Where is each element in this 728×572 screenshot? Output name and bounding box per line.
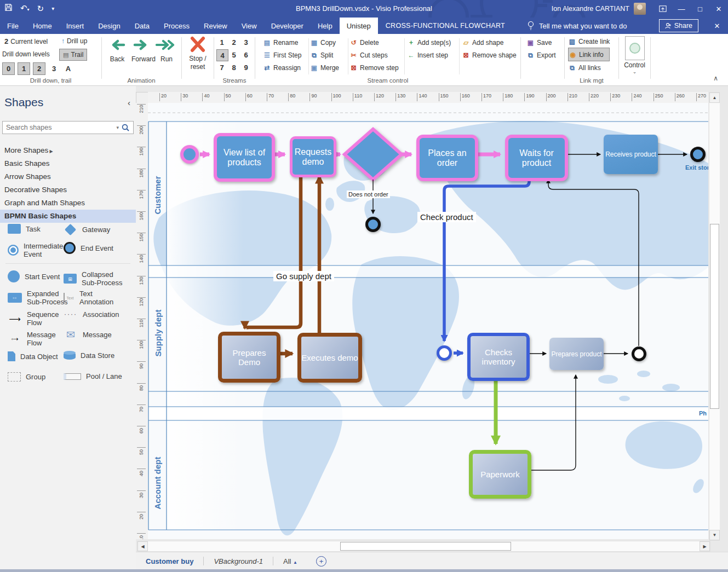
- add-shape-button[interactable]: ▱Add shape: [462, 36, 517, 49]
- drill-level-3[interactable]: 3: [48, 63, 60, 74]
- vertical-scrollbar[interactable]: ▲ ▼: [709, 92, 720, 541]
- all-links-button[interactable]: ⧉All links: [568, 61, 610, 74]
- user-avatar[interactable]: [634, 3, 646, 15]
- shape-end-event[interactable]: End Event: [64, 242, 125, 254]
- scroll-left-icon[interactable]: ◀: [137, 541, 148, 551]
- trail-button[interactable]: ▤Trail: [59, 49, 87, 61]
- add-page-button[interactable]: +: [316, 556, 326, 567]
- close-document-icon[interactable]: ✕: [706, 18, 728, 34]
- rename-button[interactable]: ▤Rename: [263, 36, 301, 49]
- collapse-ribbon-icon[interactable]: ∧: [713, 74, 718, 82]
- ribbon-tab-developer[interactable]: Developer: [264, 18, 311, 34]
- stencil-more-shapes[interactable]: More Shapes ▶: [0, 144, 136, 157]
- drill-up-button[interactable]: ↑Drill up: [61, 37, 87, 45]
- end-event-exit-store[interactable]: [690, 147, 706, 162]
- task-requests-demo[interactable]: Requests demo: [290, 136, 336, 177]
- lane-label-supply-dept[interactable]: Supply dept: [153, 310, 163, 357]
- first-step-button[interactable]: ☰First Step: [263, 49, 301, 61]
- end-event-supply[interactable]: [632, 346, 646, 361]
- stream-4[interactable]: 4: [216, 49, 228, 61]
- task-prepares-product[interactable]: Prepares product: [549, 338, 604, 370]
- shape-task[interactable]: Task: [8, 224, 69, 234]
- shape-group[interactable]: Group: [8, 372, 69, 382]
- stream-3[interactable]: 3: [240, 37, 251, 48]
- label-does-not-order[interactable]: Does not order: [347, 190, 390, 198]
- stop-reset-button[interactable]: [189, 36, 207, 54]
- shape-start-event[interactable]: Start Event: [8, 270, 69, 282]
- vertical-scroll-thumb[interactable]: [710, 224, 719, 409]
- drill-level-2[interactable]: 2: [33, 62, 45, 75]
- collapse-panel-icon[interactable]: ‹: [128, 98, 130, 107]
- copy-button[interactable]: ▦Copy: [310, 36, 339, 49]
- merge-button[interactable]: ▣Merge: [310, 61, 339, 74]
- tell-me-box[interactable]: Tell me what you want to do: [527, 18, 627, 34]
- close-button[interactable]: ✕: [709, 0, 728, 18]
- intermediate-event-supply[interactable]: [437, 345, 452, 361]
- control-button[interactable]: [625, 36, 645, 60]
- shape-association[interactable]: ····Association: [64, 310, 125, 319]
- stencil-basic-shapes[interactable]: Basic Shapes: [0, 157, 136, 170]
- scroll-down-icon[interactable]: ▼: [709, 530, 720, 540]
- user-name[interactable]: Ion Alexandre CARTIANT: [552, 5, 629, 13]
- label-check-product[interactable]: Check product: [417, 212, 476, 222]
- stream-7[interactable]: 7: [216, 62, 227, 73]
- scroll-right-icon[interactable]: ▶: [700, 541, 710, 551]
- add-step-s-button[interactable]: +Add step(s): [407, 36, 451, 49]
- task-prepares-demo[interactable]: Prepares Demo: [218, 332, 280, 383]
- shape-pool-lane[interactable]: Pool / Lane: [64, 372, 125, 380]
- minimize-button[interactable]: —: [672, 0, 691, 18]
- export-button[interactable]: ⧉Export: [526, 49, 556, 61]
- task-view-list-of-products[interactable]: View list of products: [214, 133, 275, 182]
- ribbon-tab-unistep[interactable]: Unistep: [340, 18, 378, 34]
- task-places-an-order[interactable]: Places an order: [416, 135, 478, 181]
- ribbon-tab-design[interactable]: Design: [91, 18, 127, 34]
- ribbon-tab-process[interactable]: Process: [157, 18, 197, 34]
- shape-intermediate-event[interactable]: Intermediate Event: [8, 242, 69, 258]
- stream-6[interactable]: 6: [240, 49, 251, 60]
- link-info-button[interactable]: ◉Link info: [568, 48, 610, 61]
- delete-button[interactable]: ↺Delete: [349, 36, 399, 49]
- stream-8[interactable]: 8: [228, 62, 239, 73]
- ribbon-tab-data[interactable]: Data: [128, 18, 157, 34]
- scroll-up-icon[interactable]: ▲: [709, 93, 720, 103]
- contextual-tab-cross-functional[interactable]: CROSS-FUNCTIONAL FLOWCHART: [378, 18, 513, 34]
- page-tab-all[interactable]: All ▲: [273, 557, 307, 565]
- search-icon[interactable]: [121, 123, 130, 132]
- back-button[interactable]: Back: [107, 38, 127, 63]
- page-tab-vbackground-1[interactable]: VBackground-1: [204, 557, 273, 565]
- run-button[interactable]: Run: [156, 38, 177, 63]
- task-paperwork[interactable]: Paperwork: [469, 450, 531, 499]
- maximize-button[interactable]: □: [691, 0, 709, 18]
- drill-level-0[interactable]: 0: [2, 62, 15, 75]
- start-event[interactable]: [180, 145, 199, 164]
- ribbon-tab-help[interactable]: Help: [311, 18, 340, 34]
- split-button[interactable]: ⧉Split: [310, 49, 339, 61]
- stencil-bpmn-basic-shapes[interactable]: BPMN Basic Shapes: [0, 210, 136, 223]
- drill-level-A[interactable]: A: [62, 63, 74, 74]
- stream-5[interactable]: 5: [228, 49, 239, 60]
- task-receives-product[interactable]: Receives product: [604, 135, 658, 174]
- shape-text-annotation[interactable]: TextText Annotation: [64, 290, 125, 306]
- label-exit-store[interactable]: Exit store: [685, 164, 708, 171]
- control-dropdown-icon[interactable]: ⌄: [619, 69, 650, 74]
- save-button[interactable]: ▣Save: [526, 36, 556, 49]
- page-tab-customer-buy[interactable]: Customer buy: [136, 557, 203, 565]
- stream-1[interactable]: 1: [216, 37, 227, 48]
- stencil-decorative-shapes[interactable]: Decorative Shapes: [0, 183, 136, 197]
- end-event-does-not-order[interactable]: [365, 217, 381, 232]
- stencil-graph-and-math-shapes[interactable]: Graph and Math Shapes: [0, 197, 136, 210]
- search-input[interactable]: [3, 124, 114, 131]
- remove-step-button[interactable]: ⊠Remove step: [349, 61, 399, 74]
- ribbon-tab-file[interactable]: File: [0, 18, 26, 34]
- shape-data-store[interactable]: Data Store: [64, 351, 125, 360]
- remove-shape-button[interactable]: ⊠Remove shape: [462, 49, 517, 61]
- ribbon-tab-home[interactable]: Home: [26, 18, 59, 34]
- ribbon-tab-view[interactable]: View: [234, 18, 264, 34]
- stencil-arrow-shapes[interactable]: Arrow Shapes: [0, 170, 136, 183]
- stream-2[interactable]: 2: [228, 37, 239, 48]
- shape-gateway[interactable]: Gateway: [64, 224, 125, 235]
- drill-level-1[interactable]: 1: [18, 62, 30, 75]
- shape-expanded-sub-process[interactable]: ▫▫Expanded Sub-Process: [8, 290, 69, 306]
- task-waits-for-product[interactable]: Waits for product: [505, 135, 568, 181]
- insert-step-button[interactable]: ←Insert step: [407, 49, 451, 61]
